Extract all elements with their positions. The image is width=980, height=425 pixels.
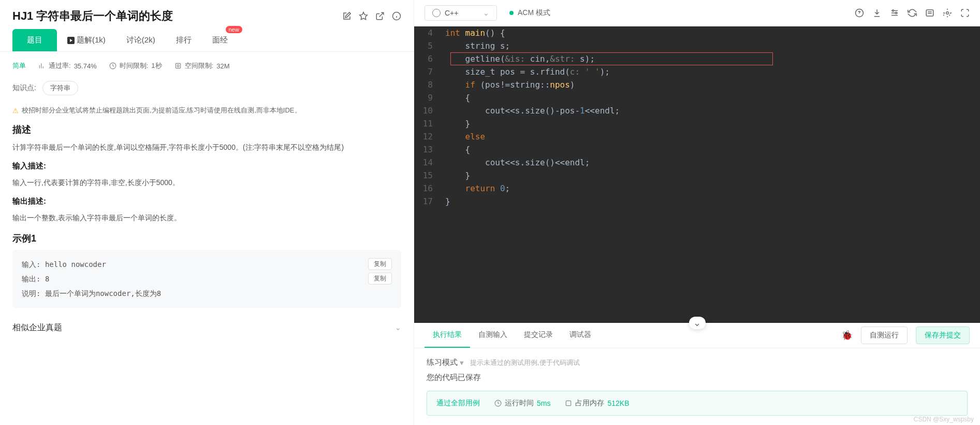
explain-label: 说明: bbox=[22, 289, 40, 298]
code-editor[interactable]: 4int main() {5 string s;6 getline(&is: c… bbox=[414, 26, 980, 323]
refresh-icon[interactable] bbox=[908, 8, 917, 18]
fullscreen-icon[interactable] bbox=[960, 8, 970, 18]
line-number: 10 bbox=[414, 104, 445, 117]
problem-panel: HJ1 字符串最后一个单词的长度 题目 题解(1k) 讨论(2k) 排行 面经n… bbox=[0, 0, 414, 425]
copy-input-button[interactable]: 复制 bbox=[368, 258, 392, 270]
desc-body: 计算字符串最后一个单词的长度,单词以空格隔开,字符串长度小于5000。(注:字符… bbox=[12, 141, 401, 154]
line-number: 6 bbox=[414, 52, 445, 65]
line-number: 15 bbox=[414, 169, 445, 182]
line-content: return 0; bbox=[445, 182, 980, 195]
notes-icon[interactable] bbox=[925, 8, 934, 18]
svg-rect-8 bbox=[175, 63, 180, 68]
line-content: size_t pos = s.rfind(c: ' '); bbox=[445, 65, 980, 78]
chevron-down-icon: ⌄ bbox=[395, 323, 401, 332]
svg-marker-0 bbox=[360, 12, 368, 20]
desc-header: 描述 bbox=[12, 123, 401, 136]
line-content: } bbox=[445, 195, 980, 208]
example-header: 示例1 bbox=[12, 232, 401, 245]
pass-text: 通过全部用例 bbox=[436, 399, 480, 408]
output-label: 输出: bbox=[22, 275, 40, 283]
code-line: 13 { bbox=[414, 143, 980, 156]
input-value: hello nowcoder bbox=[45, 260, 106, 268]
line-number: 11 bbox=[414, 117, 445, 130]
tab-discuss[interactable]: 讨论(2k) bbox=[116, 29, 166, 51]
chevron-down-icon[interactable]: ▾ bbox=[460, 358, 464, 367]
time-limit: 1秒 bbox=[151, 61, 162, 70]
save-message: 您的代码已保存 bbox=[427, 373, 968, 382]
help-icon[interactable] bbox=[855, 8, 864, 18]
save-submit-button[interactable]: 保存并提交 bbox=[916, 327, 970, 344]
gear-icon[interactable] bbox=[943, 8, 952, 18]
share-icon[interactable] bbox=[375, 11, 385, 21]
code-line: 6 getline(&is: cin,&str: s); bbox=[414, 52, 980, 65]
difficulty-badge: 简单 bbox=[12, 61, 26, 70]
copy-output-button[interactable]: 复制 bbox=[368, 273, 392, 285]
tab-rank[interactable]: 排行 bbox=[166, 29, 202, 51]
mem-value: 512KB bbox=[607, 399, 629, 407]
output-body: 输出一个整数,表示输入字符串最后一个单词的长度。 bbox=[12, 211, 401, 224]
code-line: 4int main() { bbox=[414, 26, 980, 39]
svg-point-16 bbox=[896, 12, 897, 14]
knowledge-tag[interactable]: 字符串 bbox=[42, 81, 78, 95]
warning-icon: ⚠ bbox=[12, 107, 19, 115]
similar-problems[interactable]: 相似企业真题 ⌄ bbox=[0, 315, 414, 341]
tab-problem[interactable]: 题目 bbox=[12, 29, 57, 51]
line-content: cout<<s.size()-pos-1<<endl; bbox=[445, 104, 980, 117]
line-content: if (pos!=string::npos) bbox=[445, 78, 980, 91]
example-box: 输入: hello nowcoder 复制 输出: 8 复制 说明: 最后一个单… bbox=[12, 250, 401, 308]
edit-icon[interactable] bbox=[342, 11, 352, 21]
svg-rect-9 bbox=[177, 65, 179, 67]
line-content: string s; bbox=[445, 39, 980, 52]
mem-label: 占用内存 bbox=[575, 399, 604, 408]
language-label: C++ bbox=[445, 9, 458, 17]
time-label: 运行时间 bbox=[505, 399, 534, 408]
time-value: 5ms bbox=[537, 399, 550, 407]
download-icon[interactable] bbox=[872, 8, 882, 18]
result-tab-debug[interactable]: 调试器 bbox=[561, 323, 599, 348]
line-number: 16 bbox=[414, 182, 445, 195]
line-content: { bbox=[445, 143, 980, 156]
watermark: CSDN @Sxy_wspsby bbox=[914, 416, 974, 423]
code-line: 12 else bbox=[414, 130, 980, 143]
code-line: 10 cout<<s.size()-pos-1<<endl; bbox=[414, 104, 980, 117]
code-line: 5 string s; bbox=[414, 39, 980, 52]
settings-icon[interactable] bbox=[890, 8, 899, 18]
result-tab-exec[interactable]: 执行结果 bbox=[425, 323, 470, 348]
similar-header: 相似企业真题 bbox=[12, 322, 62, 333]
line-number: 9 bbox=[414, 91, 445, 104]
globe-icon bbox=[432, 9, 441, 17]
bug-icon[interactable]: 🐞 bbox=[841, 330, 853, 341]
warning-text: 校招时部分企业笔试将禁止编程题跳出页面,为提前适应,练习时请使用在线自测,而非本… bbox=[22, 106, 301, 115]
result-tab-selftest[interactable]: 自测输入 bbox=[470, 323, 516, 348]
svg-point-20 bbox=[946, 12, 949, 15]
explain-value: 最后一个单词为nowcoder,长度为8 bbox=[45, 289, 161, 298]
practice-mode-label: 练习模式 bbox=[427, 358, 458, 367]
line-number: 4 bbox=[414, 26, 445, 39]
practice-hint: 提示未通过的测试用例,便于代码调试 bbox=[470, 358, 580, 367]
input-header: 输入描述: bbox=[12, 161, 401, 171]
pass-rate-label: 通过率: bbox=[49, 61, 71, 70]
line-number: 14 bbox=[414, 156, 445, 169]
line-number: 7 bbox=[414, 65, 445, 78]
code-line: 16 return 0; bbox=[414, 182, 980, 195]
code-line: 9 { bbox=[414, 91, 980, 104]
expand-handle[interactable]: ⌄ bbox=[689, 317, 706, 329]
clock-icon bbox=[494, 400, 502, 407]
tab-solution[interactable]: 题解(1k) bbox=[57, 29, 116, 51]
svg-rect-22 bbox=[566, 401, 571, 405]
self-run-button[interactable]: 自测运行 bbox=[861, 327, 908, 344]
editor-panel: C++ ⌄ ACM 模式 4int main() {5 string s;6 bbox=[414, 0, 980, 425]
chevron-down-icon: ⌄ bbox=[483, 9, 489, 17]
output-header: 输出描述: bbox=[12, 196, 401, 206]
clock-icon bbox=[109, 62, 116, 69]
line-number: 12 bbox=[414, 130, 445, 143]
language-select[interactable]: C++ ⌄ bbox=[425, 5, 497, 21]
pass-result-box: 通过全部用例 运行时间 5ms 占用内存 512KB bbox=[427, 391, 968, 416]
result-tab-submit[interactable]: 提交记录 bbox=[516, 323, 561, 348]
star-icon[interactable] bbox=[359, 11, 368, 21]
input-body: 输入一行,代表要计算的字符串,非空,长度小于5000。 bbox=[12, 176, 401, 189]
line-content: } bbox=[445, 117, 980, 130]
info-icon[interactable] bbox=[392, 11, 401, 21]
tab-interview[interactable]: 面经new bbox=[202, 29, 238, 51]
svg-point-15 bbox=[893, 10, 894, 11]
